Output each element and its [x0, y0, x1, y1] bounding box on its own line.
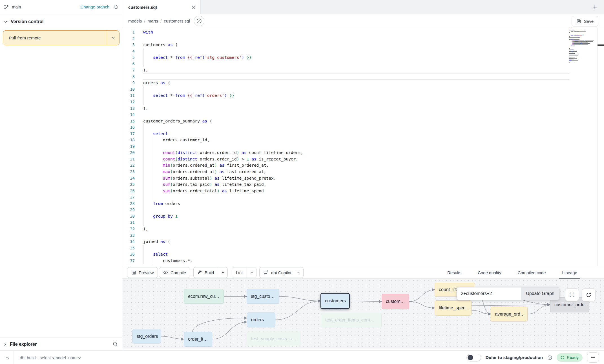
code-line[interactable]: 33: [122, 232, 569, 239]
lineage-node-test_order_items[interactable]: test_order_items_com…: [321, 313, 382, 327]
compass-icon-button[interactable]: [194, 16, 204, 26]
change-branch-link[interactable]: Change branch: [80, 5, 109, 9]
code-line[interactable]: 15customer_orders_summary as (: [122, 118, 569, 124]
lineage-selector-input[interactable]: [457, 287, 521, 300]
indent-guide: [143, 143, 144, 150]
lineage-panel[interactable]: ecom.raw_cu…stg_custo…customerscustom…co…: [122, 279, 604, 349]
code-line[interactable]: 34joined as (: [122, 238, 569, 245]
breadcrumb-marts[interactable]: marts: [148, 19, 158, 23]
lineage-node-average_order[interactable]: average_ord…: [491, 307, 528, 321]
refresh-button[interactable]: [582, 288, 596, 301]
lineage-node-orders[interactable]: orders: [247, 312, 275, 327]
code-line[interactable]: 23 max(orders.ordered_at) as last_ordere…: [122, 169, 569, 175]
code-line[interactable]: 8: [122, 73, 569, 80]
command-input[interactable]: [20, 353, 273, 362]
update-graph-button[interactable]: Update Graph: [521, 287, 559, 300]
code-line[interactable]: 28 from orders: [122, 200, 569, 207]
code-line[interactable]: 4: [122, 48, 569, 55]
indent-guide: [143, 219, 144, 226]
code-line[interactable]: 27: [122, 194, 569, 200]
code-line[interactable]: 6: [122, 61, 569, 67]
lint-button-group[interactable]: Lint: [232, 267, 256, 278]
code-line[interactable]: 37 customers.*,: [122, 258, 569, 264]
lineage-node-stg_orders[interactable]: stg_orders: [132, 329, 161, 343]
code-line[interactable]: 31: [122, 219, 569, 226]
code-line[interactable]: 25 sum(orders.tax_paid) as lifetime_tax_…: [122, 181, 569, 188]
code-line[interactable]: 20 count(distinct orders.order_id) as co…: [122, 149, 569, 156]
lineage-node-customers[interactable]: customers: [320, 293, 350, 309]
code-line[interactable]: 11 select * from {{ ref('orders') }}: [122, 92, 569, 99]
lineage-node-ecom_raw[interactable]: ecom.raw_cu…: [184, 289, 224, 304]
compile-button[interactable]: Compile: [159, 267, 190, 278]
tab-customers-sql[interactable]: customers.sql: [122, 0, 201, 14]
file-explorer-header[interactable]: File explorer: [0, 338, 122, 350]
lineage-node-customers_sem[interactable]: custom…: [382, 294, 409, 309]
version-control-header[interactable]: Version control: [0, 15, 122, 28]
editor-scrollbar-thumb[interactable]: [598, 44, 604, 46]
code-line[interactable]: 12: [122, 99, 569, 105]
code-line[interactable]: 13),: [122, 105, 569, 112]
help-icon[interactable]: ?: [547, 355, 552, 360]
edge-customers_sem-lifetime_spend: [409, 302, 435, 308]
line-number: 31: [122, 219, 143, 226]
tab-compiled-code[interactable]: Compiled code: [515, 266, 548, 279]
code-editor[interactable]: 1with23customers as (45 select * from {{…: [122, 28, 604, 266]
copilot-chat-icon: [264, 270, 269, 275]
lineage-node-order_items[interactable]: order_it…: [184, 332, 212, 347]
defer-toggle[interactable]: [466, 354, 481, 361]
indent-guide: [153, 194, 153, 200]
build-button-group[interactable]: Build: [193, 267, 228, 278]
edge-stg_orders-order_items: [161, 336, 184, 339]
code-line[interactable]: 19: [122, 143, 569, 150]
more-options-button[interactable]: [587, 352, 599, 363]
code-line[interactable]: 7),: [122, 67, 569, 73]
copilot-dropdown-toggle[interactable]: [295, 267, 303, 278]
tab-lineage[interactable]: Lineage: [559, 266, 580, 279]
pull-from-remote-button[interactable]: Pull from remote: [3, 30, 120, 45]
code-line[interactable]: 14: [122, 111, 569, 118]
close-icon[interactable]: [192, 5, 195, 9]
code-line[interactable]: 32),: [122, 226, 569, 232]
code-line[interactable]: 24 sum(orders.subtotal) as lifetime_spen…: [122, 175, 569, 182]
code-line[interactable]: 29: [122, 207, 569, 213]
code-line[interactable]: 2: [122, 35, 569, 42]
code-line[interactable]: 3customers as (: [122, 42, 569, 48]
new-tab-button[interactable]: [590, 3, 599, 11]
code-line[interactable]: 22 min(orders.ordered_at) as first_order…: [122, 162, 569, 169]
code-line[interactable]: 17 select: [122, 131, 569, 137]
tab-results[interactable]: Results: [444, 266, 464, 279]
dbt-copilot-button[interactable]: dbt Copilot: [259, 267, 304, 278]
code-line[interactable]: 21 count(distinct orders.order_id) > 1 a…: [122, 156, 569, 162]
code-line[interactable]: 35: [122, 245, 569, 251]
code-line[interactable]: 16: [122, 124, 569, 131]
minimap[interactable]: [569, 28, 592, 63]
copy-icon[interactable]: [113, 5, 118, 9]
status-badge[interactable]: Ready: [557, 353, 583, 362]
code-line[interactable]: 18 orders.customer_id,: [122, 137, 569, 143]
tab-code-quality[interactable]: Code quality: [475, 266, 504, 279]
caret-up-icon[interactable]: [4, 355, 11, 360]
code-line[interactable]: 9orders as (: [122, 80, 569, 86]
pull-dropdown-toggle[interactable]: [107, 31, 119, 45]
build-dropdown-toggle[interactable]: [218, 267, 227, 278]
lineage-node-lifetime_spend[interactable]: lifetime_spen…: [435, 300, 472, 316]
edge-orders-test_order_items: [275, 320, 321, 320]
bottom-panel-tabs: Results Code quality Compiled code Linea…: [444, 266, 580, 279]
lineage-node-test_supply_costs[interactable]: test_supply_costs_s…: [247, 332, 300, 346]
preview-button[interactable]: Preview: [127, 267, 158, 278]
save-label: Save: [584, 19, 594, 24]
lineage-node-stg_customers[interactable]: stg_custo…: [247, 289, 279, 304]
breadcrumb-models[interactable]: models: [128, 19, 142, 23]
code-line[interactable]: 36 select: [122, 251, 569, 258]
code-line[interactable]: 10: [122, 86, 569, 93]
edge-stg_customers-customers: [279, 296, 320, 301]
code-line[interactable]: 5 select * from {{ ref('stg_customers') …: [122, 54, 569, 61]
search-icon[interactable]: [113, 341, 118, 347]
lint-dropdown-toggle[interactable]: [247, 267, 256, 278]
code-line[interactable]: 26 sum(orders.order_total) as lifetime_s…: [122, 188, 569, 194]
fullscreen-button[interactable]: [565, 288, 579, 301]
save-button[interactable]: Save: [572, 16, 598, 26]
code-line[interactable]: 1with: [122, 29, 569, 35]
line-number: 29: [122, 207, 143, 213]
code-line[interactable]: 30 group by 1: [122, 213, 569, 220]
